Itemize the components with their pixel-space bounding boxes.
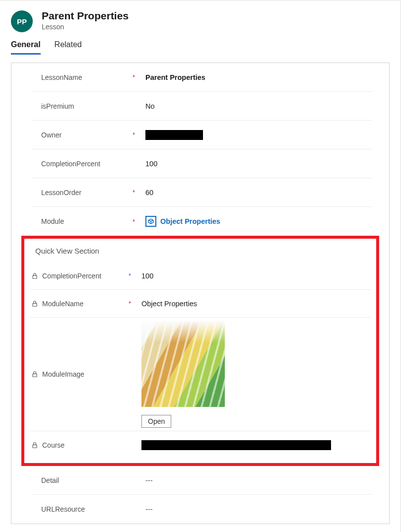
svg-rect-0 <box>33 275 37 278</box>
lesson-name-value[interactable]: Parent Properties <box>145 73 355 81</box>
lock-icon <box>31 300 38 307</box>
field-owner[interactable]: Owner * <box>31 121 372 149</box>
qv-module-name-value: Object Properties <box>141 300 369 308</box>
required-mark: * <box>133 218 141 225</box>
svg-rect-2 <box>33 374 37 377</box>
lock-icon <box>31 272 38 279</box>
svg-rect-1 <box>33 303 37 306</box>
completion-percent-label: CompletionPercent <box>41 160 129 168</box>
avatar-initials: PP <box>17 17 27 26</box>
record-header: PP Parent Properties Lesson <box>0 0 401 37</box>
required-mark: * <box>133 73 141 81</box>
page-subtitle: Lesson <box>42 23 129 31</box>
module-link-text[interactable]: Object Properties <box>160 217 220 225</box>
url-resource-label: URLResource <box>41 505 129 513</box>
title-block: Parent Properties Lesson <box>42 9 129 31</box>
completion-percent-value[interactable]: 100 <box>145 160 355 168</box>
recommended-mark: * <box>129 272 137 279</box>
lock-icon <box>31 371 38 378</box>
qv-module-name-label: ModuleName <box>31 300 125 308</box>
lesson-order-label: LessonOrder <box>41 189 129 197</box>
detail-value[interactable]: --- <box>145 476 355 484</box>
form-panel: LessonName * Parent Properties isPremium… <box>11 63 390 524</box>
qv-field-completion-percent: CompletionPercent * 100 <box>29 262 371 290</box>
quick-view-title: Quick View Section <box>29 239 371 262</box>
is-premium-value[interactable]: No <box>145 102 355 110</box>
tab-related[interactable]: Related <box>55 37 82 54</box>
detail-label: Detail <box>41 476 129 484</box>
owner-value[interactable] <box>145 130 355 140</box>
lookup-entity-icon <box>145 216 156 227</box>
module-label: Module <box>41 217 129 225</box>
url-resource-value[interactable]: --- <box>145 505 355 513</box>
qv-course-value <box>141 440 369 450</box>
module-image-thumbnail[interactable] <box>141 321 225 407</box>
redacted-owner <box>145 130 203 140</box>
is-premium-label: isPremium <box>41 102 129 110</box>
avatar: PP <box>11 10 33 32</box>
field-module[interactable]: Module * Object Properties <box>31 207 372 236</box>
field-lesson-name[interactable]: LessonName * Parent Properties <box>31 63 372 92</box>
qv-completion-percent-label: CompletionPercent <box>31 272 125 280</box>
required-mark: * <box>133 189 141 196</box>
required-mark: * <box>133 131 141 138</box>
lock-icon <box>31 442 38 449</box>
quick-view-section: Quick View Section CompletionPercent * 1… <box>21 236 379 466</box>
tab-strip: General Related <box>0 37 401 55</box>
field-is-premium[interactable]: isPremium No <box>31 92 372 121</box>
qv-field-module-name: ModuleName * Object Properties <box>29 290 371 318</box>
qv-field-course: Course <box>29 431 371 459</box>
qv-course-label: Course <box>31 441 125 449</box>
redacted-course <box>141 440 331 450</box>
field-detail[interactable]: Detail --- <box>31 466 372 495</box>
qv-field-module-image: ModuleImage Open <box>29 318 371 431</box>
qv-completion-percent-value: 100 <box>141 272 369 280</box>
required-mark: * <box>129 300 137 307</box>
field-completion-percent[interactable]: CompletionPercent 100 <box>31 149 372 178</box>
tab-general[interactable]: General <box>11 37 41 54</box>
qv-module-image-label: ModuleImage <box>31 370 125 378</box>
lesson-name-label: LessonName <box>41 73 129 81</box>
lesson-order-value[interactable]: 60 <box>145 189 355 197</box>
page-title: Parent Properties <box>42 9 129 22</box>
open-image-button[interactable]: Open <box>141 415 171 428</box>
qv-module-image-value: Open <box>141 321 369 428</box>
owner-label: Owner <box>41 131 129 139</box>
field-lesson-order[interactable]: LessonOrder * 60 <box>31 178 372 207</box>
module-value[interactable]: Object Properties <box>145 216 355 227</box>
svg-rect-3 <box>33 445 37 448</box>
field-url-resource[interactable]: URLResource --- <box>31 495 372 524</box>
